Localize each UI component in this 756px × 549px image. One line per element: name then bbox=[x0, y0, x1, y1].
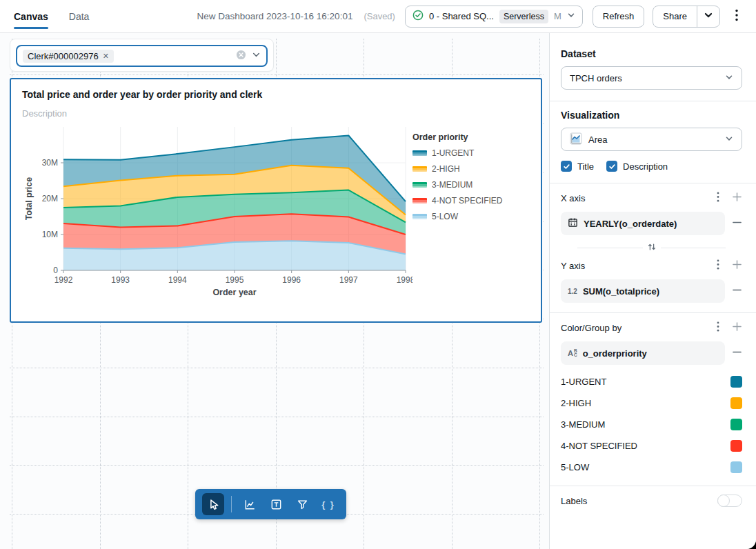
series-color-swatch[interactable] bbox=[730, 397, 742, 409]
dashboard-title[interactable]: New Dashboard 2023-10-16 16:20:01 bbox=[197, 11, 352, 21]
share-menu-button[interactable] bbox=[697, 6, 719, 27]
y-axis-options-button[interactable] bbox=[717, 259, 719, 272]
saved-status: (Saved) bbox=[364, 11, 395, 21]
warehouse-size: M bbox=[554, 11, 561, 21]
filter-tool[interactable] bbox=[291, 493, 313, 515]
series-color-row: 5-LOW bbox=[561, 461, 742, 473]
svg-text:10M: 10M bbox=[42, 230, 58, 239]
svg-text:1992: 1992 bbox=[54, 275, 73, 285]
color-group-options-button[interactable] bbox=[717, 321, 719, 335]
color-group-field-pill[interactable]: ABC o_orderpriority bbox=[561, 341, 725, 365]
x-axis-options-button[interactable] bbox=[717, 192, 719, 205]
legend-label: 5-LOW bbox=[432, 212, 458, 221]
legend-swatch bbox=[412, 214, 427, 219]
warehouse-tier-badge: Serverless bbox=[499, 10, 548, 23]
x-axis-add-button[interactable] bbox=[732, 192, 742, 205]
x-axis-remove-button[interactable] bbox=[732, 217, 742, 230]
series-color-swatch[interactable] bbox=[730, 376, 742, 388]
legend-label: 3-MEDIUM bbox=[432, 180, 472, 190]
legend-item[interactable]: 1-URGENT bbox=[412, 148, 530, 158]
code-tool[interactable]: { } bbox=[317, 493, 339, 515]
chart-legend-title: Order priority bbox=[412, 132, 530, 142]
filter-select[interactable]: Clerk#000002976 ✕ bbox=[16, 45, 268, 67]
select-tool[interactable] bbox=[202, 493, 224, 515]
text-tool[interactable] bbox=[265, 493, 287, 515]
chevron-down-icon[interactable] bbox=[252, 50, 261, 62]
color-group-field-name: o_orderpriority bbox=[583, 348, 647, 359]
swap-axes-button[interactable] bbox=[643, 242, 661, 254]
y-axis-add-button[interactable] bbox=[732, 259, 742, 272]
legend-item[interactable]: 5-LOW bbox=[412, 212, 530, 221]
chevron-down-icon bbox=[725, 134, 733, 145]
legend-item[interactable]: 4-NOT SPECIFIED bbox=[412, 196, 530, 206]
labels-toggle[interactable] bbox=[717, 495, 742, 507]
dashboard-canvas[interactable]: Clerk#000002976 ✕ Total price and order … bbox=[0, 33, 549, 549]
kebab-menu-icon bbox=[717, 321, 719, 335]
canvas-toolbar: { } bbox=[195, 489, 346, 519]
series-label: 5-LOW bbox=[561, 462, 589, 472]
visualization-section-title: Visualization bbox=[561, 110, 742, 121]
title-checkbox[interactable]: Title bbox=[561, 161, 594, 172]
line-chart-icon bbox=[243, 498, 257, 511]
chart-description-placeholder[interactable]: Description bbox=[22, 108, 530, 119]
clear-circle-icon[interactable] bbox=[236, 50, 246, 63]
swap-arrows-icon bbox=[647, 242, 657, 254]
svg-text:1996: 1996 bbox=[282, 275, 301, 285]
top-bar: Canvas Data New Dashboard 2023-10-16 16:… bbox=[0, 0, 756, 33]
description-checkbox[interactable]: Description bbox=[606, 161, 668, 172]
legend-swatch bbox=[412, 150, 427, 156]
svg-text:20M: 20M bbox=[42, 194, 58, 203]
minus-icon bbox=[732, 285, 742, 298]
dashboard-editor-window: Canvas Data New Dashboard 2023-10-16 16:… bbox=[0, 0, 756, 549]
area-chart: 1992199319941995199619971998010M20M30MOr… bbox=[22, 121, 412, 302]
series-color-swatch[interactable] bbox=[730, 461, 742, 473]
dataset-select[interactable]: TPCH orders bbox=[561, 66, 742, 90]
x-axis-field-name: YEARLY(o_orderdate) bbox=[584, 219, 677, 229]
kebab-menu-icon bbox=[735, 9, 738, 24]
y-axis-field-name: SUM(o_totalprice) bbox=[583, 286, 659, 297]
legend-label: 4-NOT SPECIFIED bbox=[432, 196, 502, 206]
series-label: 3-MEDIUM bbox=[561, 419, 605, 430]
svg-text:1995: 1995 bbox=[226, 275, 244, 285]
color-group-remove-button[interactable] bbox=[732, 347, 742, 360]
chart-title[interactable]: Total price and order year by order prio… bbox=[22, 89, 530, 100]
legend-item[interactable]: 2-HIGH bbox=[412, 164, 530, 174]
x-axis-section-title: X axis bbox=[561, 193, 585, 203]
legend-item[interactable]: 3-MEDIUM bbox=[412, 180, 530, 190]
legend-label: 2-HIGH bbox=[432, 164, 460, 174]
x-axis-field-pill[interactable]: YEARLY(o_orderdate) bbox=[561, 212, 725, 235]
kebab-menu-icon bbox=[717, 192, 719, 205]
y-axis-remove-button[interactable] bbox=[732, 285, 742, 298]
chevron-down-icon bbox=[567, 11, 575, 21]
series-color-swatch[interactable] bbox=[730, 419, 742, 430]
color-group-add-button[interactable] bbox=[732, 321, 742, 335]
description-checkbox-label: Description bbox=[623, 161, 668, 172]
warehouse-selector[interactable]: 0 - Shared SQ... Serverless M bbox=[405, 6, 583, 28]
series-color-row: 4-NOT SPECIFIED bbox=[561, 440, 742, 452]
share-button[interactable]: Share bbox=[653, 6, 697, 27]
series-color-row: 3-MEDIUM bbox=[561, 419, 742, 430]
y-axis-field-pill[interactable]: 1.2 SUM(o_totalprice) bbox=[561, 279, 725, 303]
tab-canvas[interactable]: Canvas bbox=[14, 0, 48, 32]
check-circle-icon bbox=[412, 10, 424, 23]
visualization-select[interactable]: Area bbox=[561, 128, 742, 151]
series-color-swatch[interactable] bbox=[730, 440, 742, 452]
overflow-menu-button[interactable] bbox=[728, 6, 745, 28]
series-color-row: 2-HIGH bbox=[561, 397, 742, 409]
calendar-icon bbox=[568, 217, 578, 230]
legend-swatch bbox=[412, 198, 427, 203]
tab-canvas-label: Canvas bbox=[14, 11, 48, 22]
chart-widget[interactable]: Total price and order year by order prio… bbox=[10, 78, 542, 323]
tab-data[interactable]: Data bbox=[69, 0, 90, 32]
x-icon[interactable]: ✕ bbox=[103, 52, 109, 61]
filter-widget[interactable]: Clerk#000002976 ✕ bbox=[10, 39, 274, 72]
config-sidebar: Dataset TPCH orders Visualization Area T… bbox=[549, 33, 756, 549]
warehouse-name: 0 - Shared SQ... bbox=[429, 11, 494, 21]
filter-value: Clerk#000002976 bbox=[28, 51, 99, 61]
labels-toggle-label: Labels bbox=[561, 496, 587, 506]
refresh-button[interactable]: Refresh bbox=[593, 6, 645, 28]
title-checkbox-label: Title bbox=[577, 161, 594, 172]
chart-tool[interactable] bbox=[239, 493, 261, 515]
svg-text:1997: 1997 bbox=[339, 275, 358, 285]
filter-value-chip[interactable]: Clerk#000002976 ✕ bbox=[23, 50, 114, 63]
